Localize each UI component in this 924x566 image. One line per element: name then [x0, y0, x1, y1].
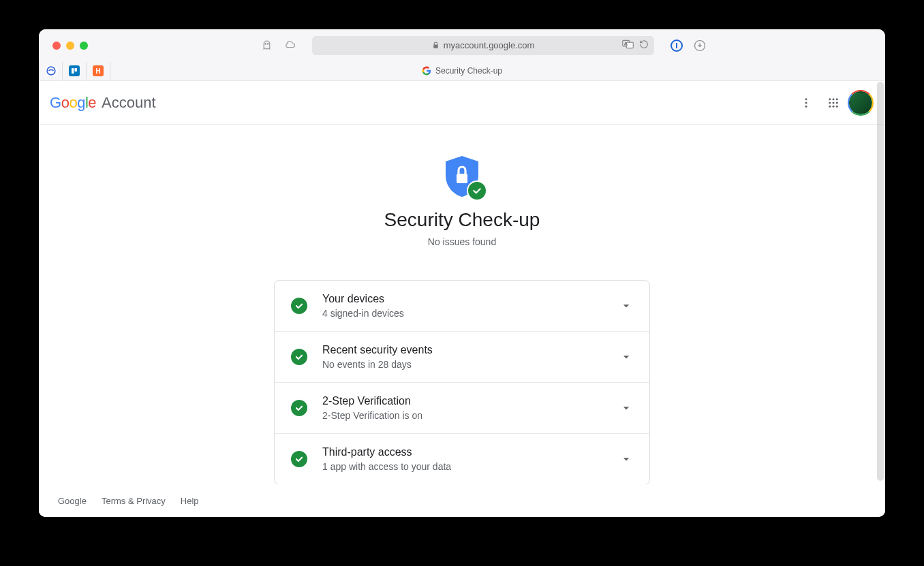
apps-grid-button[interactable]	[820, 89, 847, 116]
google-logo: Google	[50, 95, 96, 111]
svg-point-18	[836, 101, 838, 104]
tab-strip: H Security Check-up	[39, 61, 885, 80]
downloads-icon[interactable]	[694, 40, 706, 52]
checkup-row-events[interactable]: Recent security events No events in 28 d…	[275, 332, 649, 383]
more-vert-icon	[800, 97, 812, 109]
row-subtitle: No events in 28 days	[322, 359, 619, 370]
pinned-tab-trello[interactable]	[63, 62, 87, 80]
row-title: 2-Step Verification	[322, 395, 619, 407]
onepassword-icon[interactable]	[671, 40, 683, 52]
chevron-down-icon	[619, 401, 633, 415]
svg-point-14	[833, 98, 835, 100]
google-account-logo[interactable]: Google Account	[50, 94, 156, 112]
check-icon	[291, 400, 307, 416]
scrollbar[interactable]	[877, 82, 884, 481]
tab-title: Security Check-up	[435, 66, 502, 76]
check-icon	[291, 451, 307, 467]
svg-point-19	[829, 105, 831, 107]
chevron-down-icon	[619, 299, 633, 313]
lock-icon	[432, 42, 440, 49]
google-favicon	[422, 66, 431, 76]
close-window-button[interactable]	[52, 42, 61, 50]
check-icon	[291, 349, 307, 365]
account-avatar-button[interactable]	[847, 89, 874, 116]
shield-graphic	[440, 155, 484, 200]
window-controls	[52, 42, 88, 50]
more-vert-button[interactable]	[792, 89, 820, 116]
svg-text:A: A	[625, 42, 628, 46]
cloud-icon[interactable]	[283, 40, 296, 52]
svg-point-11	[805, 101, 807, 104]
svg-rect-9	[75, 68, 78, 72]
svg-point-16	[829, 101, 831, 104]
svg-point-17	[833, 101, 835, 104]
maximize-window-button[interactable]	[80, 42, 88, 50]
page-title: Security Check-up	[39, 209, 885, 231]
footer: Google Terms & Privacy Help	[39, 484, 876, 517]
row-title: Your devices	[322, 293, 619, 305]
footer-link-terms[interactable]: Terms & Privacy	[102, 496, 166, 506]
toolbar-right-icons	[671, 40, 706, 52]
checkup-row-thirdparty[interactable]: Third-party access 1 app with access to …	[275, 434, 649, 484]
svg-point-7	[47, 67, 55, 75]
svg-rect-8	[72, 68, 74, 74]
svg-point-1	[267, 44, 268, 44]
page-subtitle: No issues found	[39, 236, 885, 247]
footer-link-google[interactable]: Google	[58, 496, 87, 506]
check-badge-icon	[467, 180, 487, 201]
product-name: Account	[102, 94, 156, 112]
svg-point-13	[829, 98, 831, 100]
app-header: Google Account	[39, 81, 885, 125]
svg-point-15	[836, 98, 838, 100]
svg-rect-3	[626, 42, 633, 48]
ghost-icon[interactable]	[260, 40, 273, 52]
minimize-window-button[interactable]	[66, 42, 74, 50]
svg-point-0	[265, 44, 266, 44]
hero-section: Security Check-up No issues found	[39, 125, 885, 266]
browser-window: myaccount.google.com A	[39, 29, 885, 517]
check-icon	[291, 298, 307, 314]
active-tab[interactable]: Security Check-up	[422, 66, 502, 76]
row-subtitle: 4 signed-in devices	[322, 308, 619, 319]
pinned-tab-h[interactable]: H	[87, 62, 110, 80]
avatar-image	[849, 91, 872, 114]
reload-icon[interactable]	[639, 40, 649, 51]
chevron-down-icon	[619, 350, 633, 364]
svg-point-21	[836, 105, 838, 107]
toolbar-left-icons	[260, 40, 296, 52]
browser-toolbar: myaccount.google.com A	[39, 29, 885, 61]
svg-rect-5	[676, 43, 677, 48]
apps-grid-icon	[827, 97, 840, 109]
footer-link-help[interactable]: Help	[181, 496, 199, 506]
translate-icon[interactable]: A	[622, 40, 634, 51]
row-title: Recent security events	[322, 344, 619, 356]
row-title: Third-party access	[322, 446, 619, 458]
checkup-row-devices[interactable]: Your devices 4 signed-in devices	[275, 281, 649, 332]
svg-point-10	[805, 98, 807, 100]
checkup-card: Your devices 4 signed-in devices Recent …	[274, 280, 650, 485]
checkup-row-2sv[interactable]: 2-Step Verification 2-Step Verification …	[275, 383, 649, 434]
row-subtitle: 1 app with access to your data	[322, 461, 619, 472]
svg-point-12	[805, 105, 807, 107]
pinned-tab-simplenote[interactable]	[39, 62, 63, 80]
page-content: Google Account	[39, 80, 885, 517]
address-bar[interactable]: myaccount.google.com A	[312, 36, 654, 55]
url-text: myaccount.google.com	[444, 40, 535, 50]
svg-rect-22	[457, 174, 467, 183]
row-subtitle: 2-Step Verification is on	[322, 410, 619, 421]
svg-point-20	[833, 105, 835, 107]
chevron-down-icon	[619, 452, 633, 466]
